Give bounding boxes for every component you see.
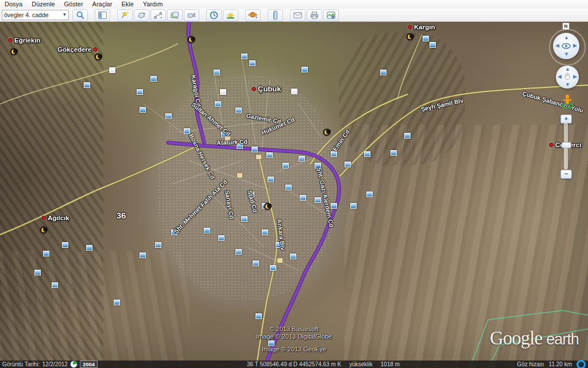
mosque-icon[interactable] — [10, 48, 17, 55]
historical-imagery-button[interactable] — [206, 9, 222, 21]
menu-item[interactable]: Araçlar — [88, 0, 117, 9]
view-in-maps-button[interactable] — [323, 9, 339, 21]
menu-item[interactable]: Ekle — [117, 0, 138, 9]
hand-icon[interactable] — [564, 72, 571, 82]
eye-icon[interactable] — [562, 41, 571, 51]
photo-marker-icon[interactable] — [252, 147, 258, 152]
photo-marker-icon[interactable] — [140, 252, 146, 258]
photo-marker-icon[interactable] — [184, 128, 190, 134]
photo-marker-icon[interactable] — [241, 53, 247, 59]
photo-marker-icon[interactable] — [285, 185, 292, 190]
photo-marker-icon[interactable] — [249, 60, 256, 66]
search-button[interactable] — [72, 9, 88, 21]
look-down-arrow-icon[interactable]: ▼ — [564, 52, 569, 57]
search-combobox[interactable]: ▼ — [2, 10, 69, 20]
place-label[interactable]: Ağılcık — [41, 214, 69, 221]
sunlight-button[interactable] — [223, 9, 238, 21]
add-polygon-button[interactable]: + — [134, 9, 149, 21]
combo-dropdown-arrow-icon[interactable]: ▼ — [61, 11, 68, 19]
photo-marker-icon[interactable] — [350, 203, 357, 209]
photo-marker-icon[interactable] — [270, 265, 276, 271]
street-view-pegman[interactable] — [561, 93, 574, 111]
photo-marker-icon[interactable] — [220, 89, 226, 95]
email-button[interactable] — [290, 9, 305, 21]
mosque-icon[interactable] — [95, 53, 102, 60]
look-right-arrow-icon[interactable]: ▶ — [573, 43, 577, 48]
time-slider-clock-icon[interactable] — [70, 361, 78, 368]
photo-marker-icon[interactable] — [114, 300, 120, 305]
photo-marker-icon[interactable] — [215, 101, 221, 107]
place-label[interactable]: Kargın — [408, 24, 435, 30]
move-up-arrow-icon[interactable]: ▲ — [565, 67, 570, 72]
add-placemark-button[interactable] — [117, 9, 133, 21]
photo-marker-icon[interactable] — [256, 313, 262, 319]
place-label[interactable]: Gökçedere — [57, 46, 98, 53]
menu-item[interactable]: Dosya — [0, 0, 27, 9]
zoom-out-button[interactable]: − — [560, 170, 572, 179]
photo-marker-icon[interactable] — [390, 150, 397, 156]
mosque-icon[interactable] — [264, 203, 271, 210]
menu-item[interactable]: Düzenle — [27, 0, 59, 9]
move-right-arrow-icon[interactable]: ▶ — [573, 74, 577, 79]
print-button[interactable] — [307, 9, 322, 21]
photo-marker-icon[interactable] — [137, 89, 143, 95]
photo-marker-icon[interactable] — [43, 251, 49, 256]
search-input[interactable] — [2, 11, 61, 19]
photo-marker-icon[interactable] — [218, 235, 225, 241]
ruler-button[interactable] — [268, 9, 283, 21]
photo-marker-icon[interactable] — [404, 133, 411, 139]
photo-marker-icon[interactable] — [262, 229, 268, 235]
photo-marker-icon[interactable] — [62, 242, 68, 248]
building-icon[interactable] — [256, 154, 262, 160]
photo-marker-icon[interactable] — [155, 242, 161, 248]
photo-marker-icon[interactable] — [364, 151, 370, 157]
photo-marker-icon[interactable] — [84, 82, 90, 88]
photo-marker-icon[interactable] — [52, 282, 58, 288]
photo-marker-icon[interactable] — [300, 195, 306, 201]
photo-marker-icon[interactable] — [423, 36, 429, 41]
photo-marker-icon[interactable] — [315, 197, 321, 203]
add-path-button[interactable]: + — [150, 9, 166, 21]
zoom-slider-thumb[interactable] — [562, 142, 571, 148]
photo-marker-icon[interactable] — [140, 107, 146, 113]
building-icon[interactable] — [277, 258, 283, 263]
planets-button[interactable]: ▾ — [245, 9, 261, 21]
photo-marker-icon[interactable] — [165, 113, 172, 119]
move-down-arrow-icon[interactable]: ▼ — [565, 82, 570, 87]
photo-marker-icon[interactable] — [430, 42, 436, 48]
photo-marker-icon[interactable] — [299, 156, 305, 162]
photo-marker-icon[interactable] — [214, 70, 220, 75]
building-icon[interactable] — [237, 172, 243, 178]
photo-marker-icon[interactable] — [331, 203, 337, 209]
mosque-icon[interactable] — [188, 36, 195, 43]
add-image-overlay-button[interactable]: + — [167, 9, 183, 21]
record-tour-button[interactable]: + — [184, 9, 199, 21]
mosque-icon[interactable] — [407, 33, 413, 40]
mosque-icon[interactable] — [323, 129, 330, 136]
photo-marker-icon[interactable] — [150, 76, 157, 82]
place-label[interactable]: Eğriekin — [8, 37, 40, 44]
map-viewport[interactable] — [0, 21, 588, 368]
photo-marker-icon[interactable] — [235, 108, 242, 113]
imagery-year-badge[interactable]: 2004 — [80, 361, 98, 368]
photo-marker-icon[interactable] — [366, 191, 373, 197]
photo-marker-icon[interactable] — [301, 67, 308, 72]
photo-marker-icon[interactable] — [345, 162, 351, 167]
look-left-arrow-icon[interactable]: ◀ — [555, 43, 559, 48]
photo-marker-icon[interactable] — [241, 216, 247, 222]
photo-marker-icon[interactable] — [266, 152, 273, 158]
menu-item[interactable]: Yardım — [138, 0, 168, 9]
photo-marker-icon[interactable] — [109, 67, 115, 73]
look-joystick[interactable]: ▲ ▼ ◀ ▶ — [553, 33, 579, 59]
show-sidebar-button[interactable] — [95, 9, 110, 21]
photo-marker-icon[interactable] — [235, 249, 242, 255]
mosque-icon[interactable] — [40, 227, 47, 233]
photo-marker-icon[interactable] — [380, 70, 386, 75]
look-up-arrow-icon[interactable]: ▲ — [564, 35, 569, 40]
place-label[interactable]: Çubuk — [252, 85, 281, 93]
menu-item[interactable]: Göster — [60, 0, 88, 9]
photo-marker-icon[interactable] — [86, 245, 92, 251]
photo-marker-icon[interactable] — [204, 228, 210, 233]
photo-marker-icon[interactable] — [268, 177, 274, 182]
photo-marker-icon[interactable] — [283, 163, 289, 168]
